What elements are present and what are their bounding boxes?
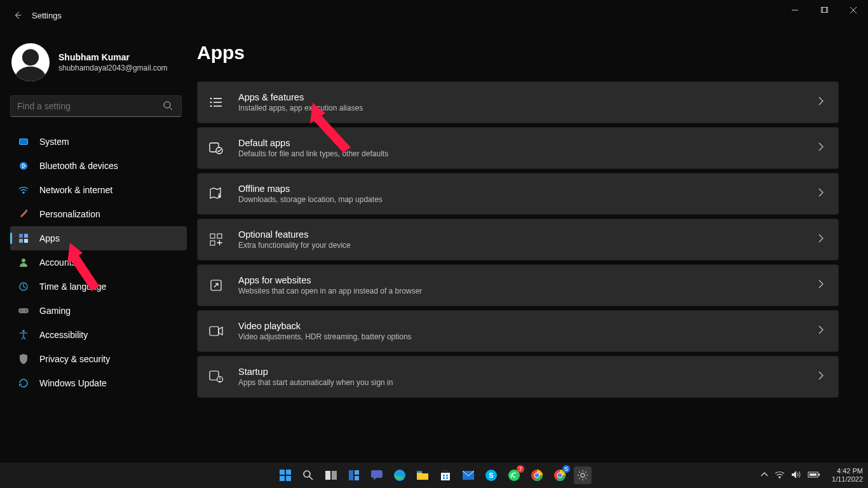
chevron-right-icon — [818, 187, 824, 200]
sidebar-item-network[interactable]: Network & internet — [10, 178, 187, 202]
sidebar-item-windows-update[interactable]: Windows Update — [10, 371, 187, 395]
sidebar-item-privacy[interactable]: Privacy & security — [10, 347, 187, 371]
card-subtitle: Video adjustments, HDR streaming, batter… — [238, 332, 818, 341]
taskbar-center: S 7 S — [276, 463, 592, 488]
accessibility-icon — [18, 329, 29, 341]
chevron-right-icon — [818, 233, 824, 246]
sidebar-item-bluetooth[interactable]: Bluetooth & devices — [10, 154, 187, 178]
whatsapp-icon[interactable]: 7 — [505, 466, 523, 484]
sidebar-item-system[interactable]: System — [10, 130, 187, 154]
svg-rect-32 — [286, 470, 291, 475]
tray-date: 1/11/2022 — [832, 475, 863, 484]
svg-rect-36 — [325, 471, 330, 480]
svg-rect-24 — [210, 241, 215, 245]
chevron-right-icon — [818, 325, 824, 337]
settings-taskbar-icon[interactable] — [574, 466, 592, 484]
sidebar-item-label: Bluetooth & devices — [39, 161, 118, 171]
svg-rect-33 — [280, 476, 285, 481]
explorer-icon[interactable] — [414, 466, 431, 484]
mail-icon[interactable] — [459, 466, 477, 484]
window-maximize-button[interactable] — [810, 0, 839, 20]
start-button[interactable] — [276, 466, 294, 484]
sidebar-item-label: Privacy & security — [39, 354, 110, 364]
svg-point-54 — [534, 473, 539, 478]
svg-rect-22 — [210, 234, 215, 238]
svg-rect-47 — [443, 477, 445, 479]
wifi-tray-icon[interactable] — [775, 471, 785, 480]
svg-text:S: S — [489, 471, 493, 479]
card-title: Startup — [238, 367, 818, 377]
card-offline-maps[interactable]: Offline mapsDownloads, storage location,… — [197, 173, 839, 215]
card-subtitle: Defaults for file and link types, other … — [238, 149, 818, 158]
card-apps-for-websites[interactable]: Apps for websitesWebsites that can open … — [197, 264, 839, 306]
sidebar-item-label: Accounts — [39, 257, 76, 268]
shield-icon — [18, 353, 29, 365]
store-icon[interactable] — [437, 466, 454, 484]
card-optional-features[interactable]: Optional featuresExtra functionality for… — [197, 219, 839, 261]
chrome-profile-icon[interactable]: S — [551, 466, 569, 484]
search-icon — [163, 100, 173, 113]
svg-rect-37 — [332, 471, 337, 480]
svg-rect-39 — [355, 470, 359, 475]
svg-point-21 — [216, 147, 222, 154]
card-default-apps[interactable]: Default appsDefaults for file and link t… — [197, 127, 839, 169]
svg-rect-26 — [210, 327, 219, 336]
task-view-button[interactable] — [322, 466, 340, 484]
user-name: Shubham Kumar — [58, 52, 168, 62]
widgets-button[interactable] — [345, 466, 363, 484]
sidebar-item-label: Windows Update — [39, 378, 107, 388]
sidebar-item-gaming[interactable]: Gaming — [10, 299, 187, 323]
sidebar-item-accounts[interactable]: Accounts — [10, 250, 187, 274]
window-minimize-button[interactable] — [780, 0, 810, 20]
svg-point-15 — [25, 310, 27, 311]
svg-point-14 — [20, 310, 22, 311]
clock[interactable]: 4:42 PM 1/11/2022 — [832, 467, 863, 483]
svg-point-57 — [581, 473, 585, 477]
svg-point-5 — [23, 193, 24, 194]
card-title: Offline maps — [238, 184, 818, 194]
volume-tray-icon[interactable] — [791, 470, 801, 480]
taskbar-search-button[interactable] — [299, 466, 317, 484]
apps-icon — [18, 233, 29, 244]
search-input[interactable] — [10, 95, 182, 117]
tray-overflow-icon[interactable] — [761, 471, 768, 479]
sidebar-item-time-language[interactable]: Time & language — [10, 274, 187, 299]
svg-point-3 — [164, 102, 170, 108]
system-tray[interactable]: 4:42 PM 1/11/2022 — [761, 463, 863, 488]
brush-icon — [18, 208, 29, 220]
tray-time: 4:42 PM — [832, 467, 863, 475]
video-icon — [208, 323, 224, 339]
card-apps-features[interactable]: Apps & featuresInstalled apps, app execu… — [197, 81, 839, 123]
chrome-icon[interactable] — [528, 466, 546, 484]
user-card[interactable]: Shubham Kumar shubhamdayal2043@gmail.com — [10, 39, 187, 93]
svg-rect-48 — [446, 477, 448, 479]
card-video-playback[interactable]: Video playbackVideo adjustments, HDR str… — [197, 310, 839, 352]
card-subtitle: Downloads, storage location, map updates — [238, 195, 818, 204]
card-subtitle: Extra functionality for your device — [238, 241, 818, 250]
sidebar-item-accessibility[interactable]: Accessibility — [10, 323, 187, 347]
card-startup[interactable]: StartupApps that start automatically whe… — [197, 356, 839, 398]
badge-icon: 7 — [517, 465, 524, 473]
card-title: Apps for websites — [238, 275, 818, 285]
skype-icon[interactable]: S — [482, 466, 500, 484]
sidebar-item-label: Network & internet — [39, 185, 112, 195]
svg-rect-44 — [441, 473, 450, 480]
battery-tray-icon[interactable] — [808, 471, 820, 480]
back-button[interactable] — [9, 6, 27, 24]
sidebar-item-personalization[interactable]: Personalization — [10, 202, 187, 226]
edge-icon[interactable] — [391, 466, 409, 484]
svg-point-4 — [20, 162, 27, 170]
list-icon — [208, 94, 224, 111]
card-subtitle: Apps that start automatically when you s… — [238, 378, 818, 387]
chat-button[interactable] — [368, 466, 386, 484]
map-download-icon — [208, 186, 224, 202]
avatar — [11, 43, 50, 81]
sidebar-item-apps[interactable]: Apps — [10, 226, 187, 250]
window-close-button[interactable] — [839, 0, 868, 20]
card-title: Optional features — [238, 229, 818, 240]
startup-icon — [208, 369, 224, 385]
content-area: Apps Apps & featuresInstalled apps, app … — [197, 30, 868, 463]
search-box[interactable] — [10, 95, 187, 117]
default-apps-icon — [208, 140, 224, 156]
svg-rect-0 — [822, 8, 827, 13]
